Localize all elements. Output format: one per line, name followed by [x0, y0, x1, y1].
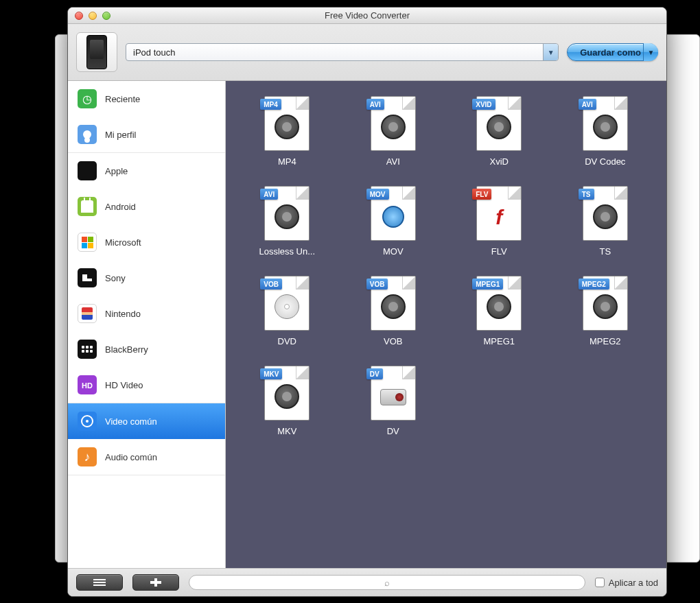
format-tag: MPEG1: [472, 279, 503, 289]
sidebar-item-label: HD Video: [105, 380, 143, 390]
titlebar: Free Video Converter: [68, 8, 666, 24]
format-grid-panel: MP4MP4AVIAVIXVIDXviDAVIDV CodecAVILossle…: [226, 81, 666, 568]
search-icon: ⌕: [384, 578, 390, 588]
format-tag: AVI: [579, 99, 596, 110]
android-icon: [78, 197, 97, 216]
format-item-dv-codec[interactable]: AVIDV Codec: [562, 96, 649, 167]
file-icon: VOB: [371, 276, 416, 331]
sidebar-item-label: Microsoft: [105, 237, 141, 248]
sidebar-item-profile[interactable]: Mi perfil: [68, 117, 225, 152]
sidebar-item-recent[interactable]: Reciente: [68, 81, 225, 117]
sidebar-item-ms[interactable]: Microsoft: [68, 224, 225, 260]
format-label: DV: [387, 426, 399, 436]
file-icon: VOB: [264, 276, 310, 331]
clock-icon: [78, 89, 97, 108]
sidebar-item-label: Reciente: [105, 94, 140, 104]
format-item-dvd[interactable]: VOBDVD: [244, 276, 331, 346]
add-button[interactable]: [132, 574, 179, 591]
checkbox-icon: [595, 578, 605, 587]
file-icon: FLVf: [476, 186, 522, 241]
format-label: MPEG2: [590, 336, 621, 346]
minimize-icon[interactable]: [89, 12, 97, 20]
format-item-mkv[interactable]: MKVMKV: [244, 366, 331, 436]
file-icon: AVI: [583, 96, 628, 151]
windows-icon: [78, 233, 97, 252]
preset-select-value: iPod touch: [133, 47, 175, 58]
search-input[interactable]: ⌕: [189, 575, 585, 590]
format-label: DV Codec: [585, 156, 625, 167]
format-label: AVI: [386, 156, 400, 167]
toolbar: iPod touch ▼ Guardar como ▼: [68, 24, 666, 81]
format-tag: DV: [366, 368, 383, 379]
format-label: MOV: [383, 246, 404, 257]
format-item-avi[interactable]: AVIAVI: [350, 96, 437, 167]
list-view-button[interactable]: [76, 574, 123, 591]
zoom-icon[interactable]: [102, 12, 110, 20]
sidebar-item-label: BlackBerry: [105, 344, 148, 355]
format-label: DVD: [278, 336, 296, 346]
app-window: Free Video Converter iPod touch ▼ Guarda…: [67, 7, 667, 597]
format-label: MKV: [277, 426, 296, 436]
format-item-vob[interactable]: VOBVOB: [350, 276, 437, 346]
apple-icon: [78, 161, 97, 180]
format-label: TS: [599, 246, 611, 257]
svg-rect-0: [93, 579, 106, 580]
mario-icon: [78, 304, 97, 323]
format-tag: MOV: [366, 189, 389, 200]
format-label: Lossless Un...: [259, 246, 315, 257]
format-tag: VOB: [366, 279, 388, 289]
blackberry-icon: [78, 340, 97, 359]
format-label: FLV: [491, 246, 507, 257]
sidebar-item-video[interactable]: Video común: [68, 403, 225, 439]
format-item-dv[interactable]: DVDV: [350, 366, 437, 436]
format-tag: VOB: [260, 279, 282, 289]
format-item-mov[interactable]: MOVMOV: [350, 186, 437, 257]
format-item-lossless-un-[interactable]: AVILossless Un...: [244, 186, 331, 257]
format-item-mp4[interactable]: MP4MP4: [244, 96, 331, 167]
format-tag: AVI: [366, 99, 384, 110]
chevron-down-icon[interactable]: ▼: [643, 43, 658, 61]
file-icon: AVI: [371, 96, 416, 151]
sidebar-item-nintendo[interactable]: Nintendo: [68, 296, 225, 331]
file-icon: AVI: [264, 186, 310, 241]
format-item-xvid[interactable]: XVIDXviD: [456, 96, 543, 167]
format-item-ts[interactable]: TSTS: [562, 186, 649, 257]
chevron-down-icon: ▼: [543, 44, 558, 60]
svg-rect-2: [93, 584, 106, 586]
file-icon: TS: [583, 186, 628, 241]
user-icon: [78, 125, 97, 144]
sidebar-item-label: Sony: [105, 273, 126, 283]
sidebar-item-audio[interactable]: Audio común: [68, 439, 225, 475]
sidebar-item-label: Video común: [105, 416, 157, 427]
sidebar-item-apple[interactable]: Apple: [68, 153, 225, 189]
sidebar-item-label: Android: [105, 202, 136, 212]
sidebar-item-bb[interactable]: BlackBerry: [68, 331, 225, 367]
sidebar-item-hd[interactable]: HD Video: [68, 367, 225, 403]
sidebar-item-android[interactable]: Android: [68, 189, 225, 224]
sidebar-item-sony[interactable]: Sony: [68, 260, 225, 296]
format-item-flv[interactable]: FLVfFLV: [456, 186, 543, 257]
format-label: MP4: [278, 156, 296, 167]
format-label: VOB: [384, 336, 402, 346]
save-as-button[interactable]: Guardar como ▼: [567, 43, 658, 61]
apply-all-checkbox[interactable]: Aplicar a tod: [595, 578, 658, 588]
apply-all-label: Aplicar a tod: [609, 578, 658, 588]
svg-rect-1: [93, 582, 106, 583]
close-icon[interactable]: [75, 12, 83, 20]
window-title: Free Video Converter: [68, 10, 666, 21]
format-item-mpeg1[interactable]: MPEG1MPEG1: [456, 276, 543, 346]
save-as-label: Guardar como: [580, 47, 641, 58]
format-tag: AVI: [260, 189, 278, 200]
file-icon: MP4: [264, 96, 310, 151]
hd-icon: [78, 375, 97, 394]
format-label: MPEG1: [483, 336, 515, 346]
device-preview-icon[interactable]: [76, 32, 117, 72]
file-icon: MPEG2: [583, 276, 628, 331]
format-tag: MKV: [260, 368, 282, 379]
preset-select[interactable]: iPod touch ▼: [126, 43, 559, 61]
format-item-mpeg2[interactable]: MPEG2MPEG2: [562, 276, 649, 346]
footer: ⌕ Aplicar a tod: [68, 569, 666, 596]
playstation-icon: [78, 268, 97, 287]
file-icon: MKV: [264, 366, 310, 421]
sidebar-item-label: Nintendo: [105, 309, 141, 319]
